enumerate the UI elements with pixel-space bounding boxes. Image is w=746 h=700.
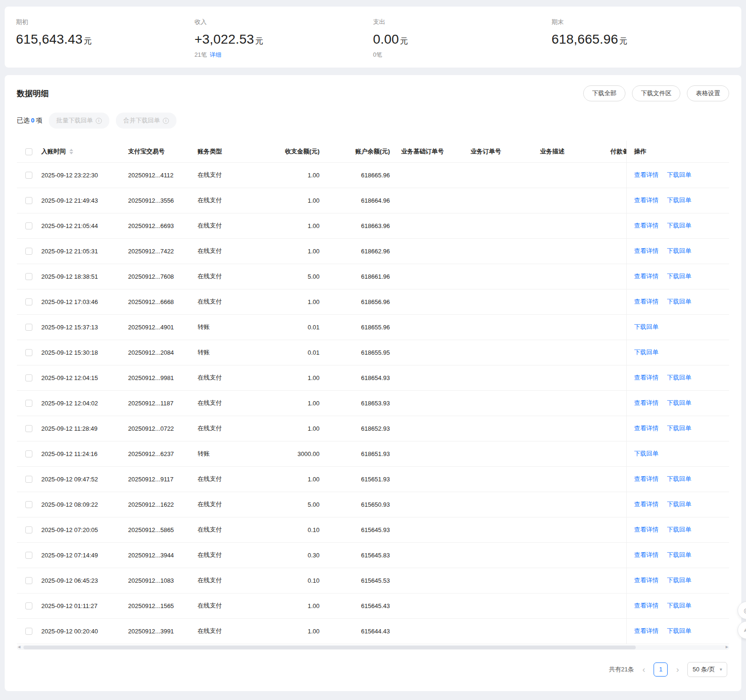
cell-base-order: [396, 264, 465, 289]
row-checkbox[interactable]: [25, 172, 32, 179]
row-checkbox[interactable]: [25, 552, 32, 559]
row-checkbox[interactable]: [25, 324, 32, 331]
prev-page-button[interactable]: ‹: [640, 665, 647, 674]
download-receipt-link[interactable]: 下载回单: [667, 602, 692, 609]
view-detail-link[interactable]: 查看详情: [634, 273, 659, 280]
cell-remark: [605, 593, 626, 618]
row-checkbox[interactable]: [25, 222, 32, 229]
cell-entry-time: 2025-09-12 21:05:44: [36, 213, 122, 238]
download-receipt-link[interactable]: 下载回单: [667, 298, 692, 305]
download-receipt-link[interactable]: 下载回单: [634, 349, 659, 356]
batch-download-button[interactable]: 批量下载回单i: [49, 113, 109, 129]
view-detail-link[interactable]: 查看详情: [634, 475, 659, 482]
table-row: 2025-09-12 15:37:13 20250912...4901 转账 0…: [17, 314, 729, 340]
row-checkbox[interactable]: [25, 501, 32, 508]
row-checkbox[interactable]: [25, 425, 32, 432]
view-detail-link[interactable]: 查看详情: [634, 171, 659, 178]
table-row: 2025-09-12 12:04:02 20250912...1187 在线支付…: [17, 390, 729, 416]
summary-closing-label: 期末: [552, 18, 731, 26]
table-row: 2025-09-12 23:22:30 20250912...4112 在线支付…: [17, 162, 729, 188]
download-receipt-link[interactable]: 下载回单: [667, 526, 692, 533]
view-detail-link[interactable]: 查看详情: [634, 298, 659, 305]
cell-order: [465, 162, 534, 188]
download-receipt-link[interactable]: 下载回单: [634, 450, 659, 457]
scroll-right-arrow[interactable]: ▸: [725, 644, 728, 650]
view-detail-link[interactable]: 查看详情: [634, 526, 659, 533]
download-receipt-link[interactable]: 下载回单: [667, 399, 692, 406]
cell-remark: [605, 289, 626, 314]
next-page-button[interactable]: ›: [674, 665, 681, 674]
cell-amount: 0.30: [254, 542, 325, 568]
cell-amount: 3000.00: [254, 441, 325, 466]
data-panel: 数据明细 下载全部 下载文件区 表格设置 已选0项 批量下载回单i 合并下载回单…: [5, 75, 741, 691]
download-receipt-link[interactable]: 下载回单: [667, 577, 692, 584]
view-detail-link[interactable]: 查看详情: [634, 501, 659, 508]
row-checkbox[interactable]: [25, 248, 32, 255]
cell-account-type: 在线支付: [192, 390, 254, 416]
row-checkbox[interactable]: [25, 374, 32, 381]
download-receipt-link[interactable]: 下载回单: [667, 222, 692, 229]
cell-remark: [605, 340, 626, 365]
cell-transaction-id: 20250912...9981: [122, 365, 192, 390]
page: 期初 615,643.43元 收入 +3,022.53元 21笔详细 支出 0.…: [0, 0, 746, 700]
download-receipt-link[interactable]: 下载回单: [667, 425, 692, 432]
download-receipt-link[interactable]: 下载回单: [667, 247, 692, 254]
view-detail-link[interactable]: 查看详情: [634, 627, 659, 634]
download-receipt-link[interactable]: 下载回单: [667, 273, 692, 280]
download-receipt-link[interactable]: 下载回单: [634, 323, 659, 330]
header-balance: 账户余额(元): [325, 141, 396, 162]
cell-remark: [605, 314, 626, 340]
income-detail-link[interactable]: 详细: [210, 52, 221, 58]
cell-balance: 618653.93: [325, 390, 396, 416]
select-all-checkbox[interactable]: [25, 148, 32, 155]
cell-transaction-id: 20250912...7422: [122, 238, 192, 264]
download-receipt-link[interactable]: 下载回单: [667, 501, 692, 508]
row-checkbox[interactable]: [25, 577, 32, 584]
download-receipt-link[interactable]: 下载回单: [667, 551, 692, 558]
view-detail-link[interactable]: 查看详情: [634, 399, 659, 406]
horizontal-scrollbar[interactable]: ◂ ▸: [17, 645, 729, 650]
row-checkbox[interactable]: [25, 273, 32, 280]
view-detail-link[interactable]: 查看详情: [634, 425, 659, 432]
row-checkbox[interactable]: [25, 628, 32, 635]
current-page-button[interactable]: 1: [654, 662, 668, 677]
view-detail-link[interactable]: 查看详情: [634, 577, 659, 584]
download-all-button[interactable]: 下载全部: [583, 85, 625, 101]
download-receipt-link[interactable]: 下载回单: [667, 374, 692, 381]
row-checkbox[interactable]: [25, 400, 32, 407]
download-receipt-link[interactable]: 下载回单: [667, 171, 692, 178]
row-checkbox[interactable]: [25, 476, 32, 483]
scroll-left-arrow[interactable]: ◂: [18, 644, 21, 650]
table-row: 2025-09-12 08:09:22 20250912...1622 在线支付…: [17, 492, 729, 517]
view-detail-link[interactable]: 查看详情: [634, 197, 659, 204]
row-checkbox[interactable]: [25, 526, 32, 533]
table-row: 2025-09-12 18:38:51 20250912...7608 在线支付…: [17, 264, 729, 289]
cell-remark: [605, 618, 626, 644]
view-detail-link[interactable]: 查看详情: [634, 222, 659, 229]
merge-download-button[interactable]: 合并下载回单i: [116, 113, 176, 129]
view-detail-link[interactable]: 查看详情: [634, 374, 659, 381]
download-receipt-link[interactable]: 下载回单: [667, 197, 692, 204]
cell-remark: [605, 466, 626, 492]
view-detail-link[interactable]: 查看详情: [634, 551, 659, 558]
row-checkbox[interactable]: [25, 298, 32, 305]
table-settings-button[interactable]: 表格设置: [687, 85, 729, 101]
cell-amount: 1.00: [254, 365, 325, 390]
view-detail-link[interactable]: 查看详情: [634, 247, 659, 254]
row-checkbox[interactable]: [25, 349, 32, 356]
cell-account-type: 在线支付: [192, 365, 254, 390]
view-detail-link[interactable]: 查看详情: [634, 602, 659, 609]
row-checkbox[interactable]: [25, 450, 32, 457]
cell-transaction-id: 20250912...4901: [122, 314, 192, 340]
download-receipt-link[interactable]: 下载回单: [667, 627, 692, 634]
header-entry-time[interactable]: 入账时间: [36, 141, 122, 162]
sort-icon[interactable]: [69, 149, 73, 154]
download-zone-button[interactable]: 下载文件区: [632, 85, 680, 101]
row-checkbox[interactable]: [25, 197, 32, 204]
scrollbar-thumb[interactable]: [23, 646, 636, 649]
download-receipt-link[interactable]: 下载回单: [667, 475, 692, 482]
row-checkbox[interactable]: [25, 602, 32, 609]
page-size-select[interactable]: 50 条/页▾: [687, 662, 727, 677]
cell-description: [534, 618, 605, 644]
summary-closing-value: 618,665.96元: [552, 32, 731, 47]
